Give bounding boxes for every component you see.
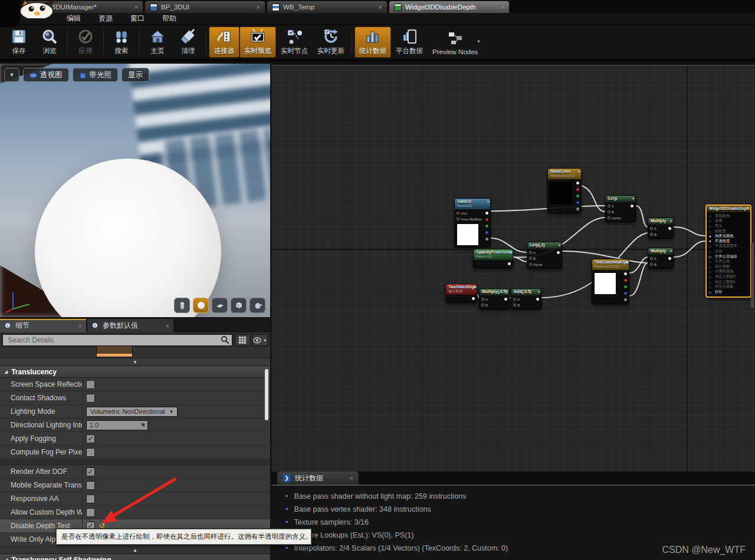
graph-node-slateui[interactable]: SlateUIParam2D▾UVsView MipBias (454, 198, 491, 248)
document-tab-widget3ddisabledepth[interactable]: Widget3DDisableDepth× (389, 1, 510, 13)
output-pin-blue[interactable] (485, 230, 488, 235)
input-pin-b[interactable]: B (529, 256, 542, 261)
output-pin-green[interactable] (576, 193, 579, 199)
toolbar-button-主页[interactable]: 主页 (142, 27, 173, 58)
input-pin-a[interactable]: A (529, 250, 542, 255)
input-pin-b[interactable]: B (650, 262, 656, 267)
input-pin-a[interactable]: A (650, 226, 656, 231)
close-icon[interactable]: × (166, 322, 169, 330)
output-pin-white[interactable] (557, 250, 560, 255)
details-tab-细节[interactable]: i细节× (0, 319, 87, 332)
output-pin-red[interactable] (485, 217, 488, 222)
toolbar-button-保存[interactable]: 保存 (4, 27, 34, 58)
output-pin-green[interactable] (485, 223, 488, 229)
output-pin-red[interactable] (624, 278, 627, 283)
shape-button-sphere[interactable] (193, 298, 209, 313)
graph-node-multiply-b[interactable]: Multiply▾AB (648, 248, 674, 269)
output-pin-white[interactable] (536, 297, 539, 302)
shape-button-cube[interactable] (231, 298, 247, 313)
graph-scrollbar[interactable] (751, 243, 754, 308)
output-pin-white[interactable] (631, 203, 633, 209)
viewport-button-perspective[interactable]: 透视图 (23, 68, 69, 82)
output-pin-gray[interactable] (576, 206, 579, 212)
output-pin-gray[interactable] (485, 236, 488, 242)
toolbar-button-连接器[interactable]: 连接器 (209, 27, 239, 58)
input-pin-b[interactable]: B (650, 232, 656, 237)
close-icon[interactable]: × (78, 322, 82, 330)
material-pin-基础颜色[interactable]: ▷基础颜色 (709, 213, 748, 219)
material-pin-细分乘数[interactable]: ▷细分乘数 (709, 264, 748, 269)
search-input[interactable] (2, 334, 232, 346)
graph-node-two-sided-sign[interactable]: TwoSidedSign输入数据▾ (445, 284, 477, 303)
output-pin-white[interactable] (485, 210, 488, 216)
output-pin-red[interactable] (576, 187, 579, 192)
output-pin-blue[interactable] (576, 200, 579, 205)
output-pin-white[interactable] (668, 256, 671, 261)
output-pin-white[interactable] (508, 261, 511, 266)
close-icon[interactable]: × (350, 475, 353, 482)
input-pin-view-mipbias[interactable]: View MipBias (457, 216, 482, 222)
display-filter-button[interactable]: ▼ (252, 334, 268, 346)
output-pin-white[interactable] (576, 180, 579, 186)
shape-button-cylinder[interactable] (174, 298, 190, 313)
checkbox-contact-shadows[interactable] (86, 394, 95, 403)
toolbar-button-实时预览[interactable]: 实时预览 (239, 27, 276, 58)
details-tab-参数默认值[interactable]: i参数默认值× (87, 319, 175, 332)
document-tab-bp-3dui[interactable]: BP_3DUI× (145, 1, 265, 13)
material-pin-粗糙度[interactable]: ▷粗糙度 (709, 229, 748, 234)
collapse-row[interactable]: ▲ (0, 546, 270, 554)
checkbox-apply-fogging[interactable]: ✓ (86, 434, 95, 443)
menu-item-编辑[interactable]: 编辑 (58, 14, 90, 24)
graph-node-add-05[interactable]: Add(,0.5)▾AB (511, 288, 541, 309)
graph-node-lerp[interactable]: Lerp▾ABAlpha (605, 195, 636, 222)
graph-node-opacity-from-texture[interactable]: OpacityFromTextureParam (1)▾ (473, 249, 513, 268)
output-pin-white[interactable] (472, 296, 475, 301)
graph-node-multiply-05[interactable]: Multiply(,0.5)▾AB (479, 288, 510, 309)
toolbar-button-应用[interactable]: 应用 (70, 27, 101, 58)
graph-node-lerp-2[interactable]: Lerp(,2)▾ABAlpha (527, 242, 562, 269)
color-swatch[interactable] (96, 345, 133, 357)
input-pin-b[interactable]: B (481, 302, 488, 308)
material-pin-高光[interactable]: ▷高光 (709, 223, 748, 229)
close-icon[interactable]: × (379, 4, 382, 11)
material-pin-次表面颜色[interactable]: ▷次表面颜色 (709, 269, 748, 275)
input-pin-a[interactable]: A (608, 203, 621, 209)
shape-button-plane[interactable] (212, 298, 228, 313)
details-scrollbar[interactable] (265, 369, 268, 420)
input-pin-b[interactable]: B (513, 302, 520, 308)
toolbar-button-平台数据[interactable]: 平台数据 (391, 27, 428, 58)
material-node-graph[interactable]: SlateUIParam2D▾UVsView MipBiasBackColorP… (271, 65, 755, 472)
material-pin-不透明度[interactable]: ●不透明度 (709, 239, 748, 244)
input-pin-a[interactable]: A (513, 297, 520, 302)
input-pin-uvs[interactable]: UVs (457, 210, 482, 216)
graph-node-output-widget3ddisabledepth[interactable]: Widget3DDisableDepth▷基础颜色▷金属▷高光▷粗糙度●自发光颜… (705, 205, 751, 298)
menu-item-窗口[interactable]: 窗口 (122, 14, 153, 24)
toolbar-button-清理[interactable]: 清理 (173, 27, 203, 58)
preview-viewport[interactable]: ▼透视图带光照显示 (0, 64, 270, 317)
material-pin-世界位置偏移[interactable]: ▷世界位置偏移 (709, 254, 748, 259)
section-header-translucency[interactable]: ◢ Translucency (0, 366, 270, 378)
output-pin-white[interactable] (624, 271, 627, 276)
checkbox-screen-space-reflections[interactable] (86, 380, 95, 389)
material-pin-不透明度遮罩[interactable]: ▷不透明度遮罩 (709, 244, 748, 249)
material-pin-折射[interactable]: ▷折射 (709, 289, 748, 295)
graph-node-multiply-a[interactable]: Multiply▾AB (648, 218, 674, 239)
checkbox-responsive-aa[interactable] (86, 495, 95, 503)
menu-item-帮助[interactable]: 帮助 (153, 14, 185, 24)
input-pin-b[interactable]: B (608, 209, 621, 215)
section-header-translucency-self-shadowing[interactable]: ◢ Translucency Self Shadowing (0, 554, 270, 560)
expander-row[interactable]: ▼ (0, 358, 270, 366)
toolbar-button-搜索[interactable]: 搜索 (106, 27, 137, 58)
graph-node-backcolor[interactable]: BackColorParam (0,0,0,0)▾ (547, 168, 582, 213)
material-pin-世界位移[interactable]: ▷世界位移 (709, 259, 748, 264)
toolbar-button-实时节点[interactable]: 实时节点 (276, 27, 313, 58)
material-pin-自定义数据1[interactable]: ▷自定义数据1 (709, 279, 748, 285)
viewport-button-lit[interactable]: 带光照 (73, 68, 119, 82)
tab-stats[interactable]: ❯ 统计数据 × (277, 472, 359, 485)
menu-item-资源[interactable]: 资源 (90, 14, 122, 24)
toolbar-button-浏览[interactable]: 浏览 (34, 27, 65, 58)
output-pin-blue[interactable] (624, 291, 627, 296)
material-pin-环境光遮蔽[interactable]: ▷环境光遮蔽 (709, 284, 748, 289)
graph-node-tint-color-and-opacity[interactable]: TintColorAndOpacityParam (1,1,1,1)▾ (592, 259, 629, 304)
output-pin-white[interactable] (504, 297, 507, 302)
